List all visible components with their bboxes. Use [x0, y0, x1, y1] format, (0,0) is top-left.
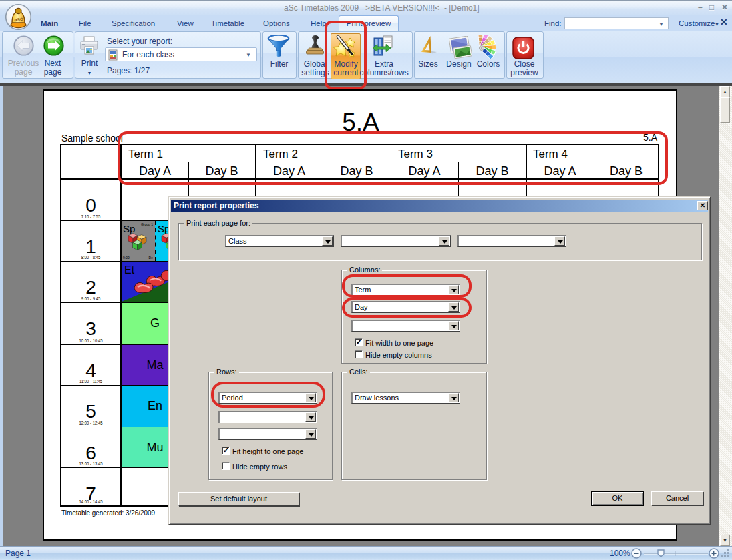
svg-text:asc: asc	[13, 16, 23, 23]
